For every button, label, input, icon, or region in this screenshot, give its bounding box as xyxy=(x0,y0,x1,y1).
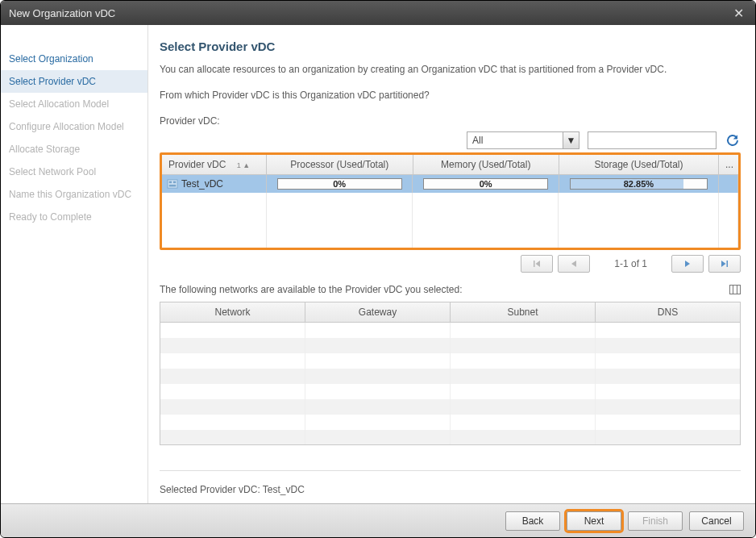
svg-rect-2 xyxy=(173,181,176,183)
cancel-button[interactable]: Cancel xyxy=(689,511,744,531)
col-provider-vdc-label: Provider vDC xyxy=(168,159,226,170)
table-row[interactable]: Test_vDC 0% 0% xyxy=(162,175,738,193)
dialog-footer: Back Next Finish Cancel xyxy=(1,503,755,537)
selected-provider-value: Test_vDC xyxy=(263,484,305,495)
step-select-network-pool: Select Network Pool xyxy=(1,161,147,183)
dialog-title: New Organization vDC xyxy=(9,7,115,19)
table-row xyxy=(160,399,740,415)
selected-provider-label: Selected Provider vDC: xyxy=(160,484,260,495)
filter-dropdown[interactable]: All ▼ xyxy=(467,131,579,149)
provider-vdc-label: Provider vDC: xyxy=(160,115,741,127)
networks-table-body xyxy=(160,323,740,444)
cell-provider-name-text: Test_vDC xyxy=(181,178,223,190)
back-button[interactable]: Back xyxy=(505,511,560,531)
page-description: You can allocate resources to an organiz… xyxy=(160,63,741,77)
networks-table-header: Network Gateway Subnet DNS xyxy=(160,302,740,323)
wizard-steps-sidebar: Select Organization Select Provider vDC … xyxy=(1,25,148,503)
memory-progress-text: 0% xyxy=(480,179,492,189)
cell-processor: 0% xyxy=(267,175,413,193)
provider-vdc-table: Provider vDC 1 ▲ Processor (Used/Total) … xyxy=(160,152,741,250)
filter-dropdown-value: All xyxy=(467,132,563,148)
pager-next-icon xyxy=(683,259,692,269)
col-processor[interactable]: Processor (Used/Total) xyxy=(267,155,413,174)
provider-table-header: Provider vDC 1 ▲ Processor (Used/Total) … xyxy=(162,155,738,175)
cell-provider-name: Test_vDC xyxy=(162,175,267,193)
processor-progress-text: 0% xyxy=(333,179,346,189)
memory-progress: 0% xyxy=(423,178,548,190)
col-subnet[interactable]: Subnet xyxy=(451,302,596,322)
table-row xyxy=(160,430,740,444)
page-question: From which Provider vDC is this Organiza… xyxy=(160,90,741,101)
cell-storage: 82.85% xyxy=(559,175,719,193)
networks-label-row: The following networks are available to … xyxy=(160,284,741,295)
step-select-allocation-model: Select Allocation Model xyxy=(1,93,147,115)
empty-rows xyxy=(162,193,738,248)
refresh-icon xyxy=(725,133,740,148)
col-network[interactable]: Network xyxy=(160,302,305,322)
storage-progress-text: 82.85% xyxy=(624,179,654,189)
close-icon[interactable]: ✕ xyxy=(730,6,747,21)
svg-rect-3 xyxy=(169,185,177,187)
provider-table-body: Test_vDC 0% 0% xyxy=(162,175,738,248)
pager: 1-1 of 1 xyxy=(160,250,741,284)
processor-progress: 0% xyxy=(277,178,402,190)
main-panel: Select Provider vDC You can allocate res… xyxy=(148,25,755,503)
svg-rect-1 xyxy=(169,181,172,183)
next-button[interactable]: Next xyxy=(567,511,621,531)
selected-provider-line: Selected Provider vDC: Test_vDC xyxy=(160,470,741,503)
step-name-org-vdc: Name this Organization vDC xyxy=(1,183,147,206)
pager-first-icon xyxy=(532,259,542,269)
step-select-provider-vdc[interactable]: Select Provider vDC xyxy=(1,70,147,93)
search-input[interactable] xyxy=(588,131,717,149)
cell-memory: 0% xyxy=(413,175,559,193)
table-row xyxy=(160,323,740,338)
networks-table: Network Gateway Subnet DNS xyxy=(160,302,741,445)
vdc-icon xyxy=(167,179,178,189)
columns-icon[interactable] xyxy=(729,285,741,294)
page-title: Select Provider vDC xyxy=(160,40,741,53)
table-row xyxy=(160,369,740,384)
pager-next-button[interactable] xyxy=(671,255,704,273)
table-row xyxy=(160,384,740,399)
networks-label: The following networks are available to … xyxy=(160,284,463,295)
step-select-organization[interactable]: Select Organization xyxy=(1,48,147,70)
pager-last-icon xyxy=(720,259,729,269)
cell-more xyxy=(719,175,738,193)
pager-prev-icon xyxy=(570,259,578,269)
pager-prev-button[interactable] xyxy=(558,255,590,273)
refresh-button[interactable] xyxy=(725,132,741,148)
pager-text: 1-1 of 1 xyxy=(614,258,647,269)
sort-indicator: 1 ▲ xyxy=(237,161,250,169)
col-dns[interactable]: DNS xyxy=(596,302,740,322)
storage-progress: 82.85% xyxy=(570,178,707,190)
pager-first-button[interactable] xyxy=(521,255,553,273)
dialog-body: Select Organization Select Provider vDC … xyxy=(1,25,755,503)
titlebar: New Organization vDC ✕ xyxy=(1,1,755,25)
finish-button: Finish xyxy=(628,511,683,531)
col-more[interactable]: ... xyxy=(719,155,738,174)
dialog-new-org-vdc: New Organization vDC ✕ Select Organizati… xyxy=(0,0,756,538)
chevron-down-icon: ▼ xyxy=(563,132,579,148)
table-row xyxy=(160,415,740,430)
step-allocate-storage: Allocate Storage xyxy=(1,138,147,161)
step-configure-allocation-model: Configure Allocation Model xyxy=(1,115,147,138)
table-row xyxy=(160,338,740,353)
col-memory[interactable]: Memory (Used/Total) xyxy=(413,155,560,174)
pager-last-button[interactable] xyxy=(708,255,741,273)
svg-rect-0 xyxy=(168,180,177,188)
table-row xyxy=(160,353,740,369)
col-gateway[interactable]: Gateway xyxy=(305,302,451,322)
filter-row: All ▼ xyxy=(160,131,741,149)
col-storage[interactable]: Storage (Used/Total) xyxy=(559,155,719,174)
col-provider-vdc[interactable]: Provider vDC 1 ▲ xyxy=(162,155,267,174)
step-ready-to-complete: Ready to Complete xyxy=(1,206,147,228)
